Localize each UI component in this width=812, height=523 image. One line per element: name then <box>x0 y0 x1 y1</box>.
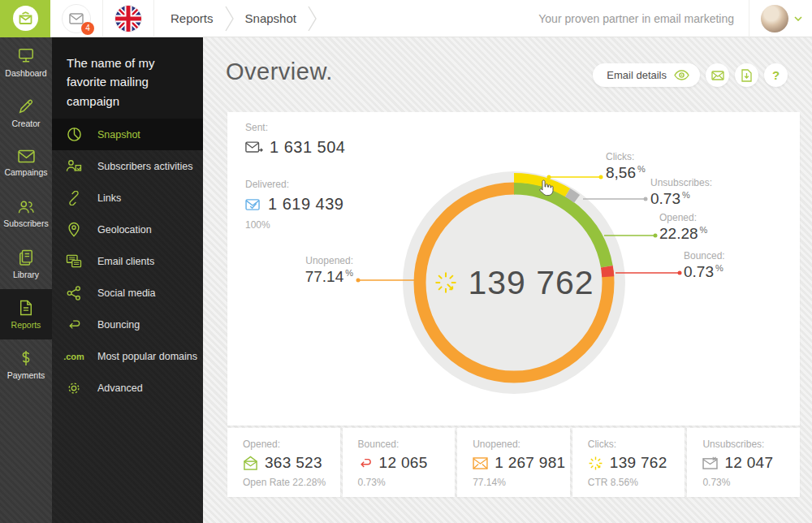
breadcrumb-snapshot[interactable]: Snapshot <box>234 11 308 25</box>
callout-unopened: Unopened: 77.14% <box>305 255 353 286</box>
dotcom-icon: .com <box>63 352 84 361</box>
sidebar-item-subscribers[interactable]: Subscribers <box>0 188 52 239</box>
stat-card-unopened: Unopened: 1 267 981 77.14% <box>457 428 570 497</box>
file-download-icon <box>741 69 752 82</box>
stats-row: Opened: 363 523 Open Rate 22.28% Bounced… <box>227 428 800 497</box>
people-icon <box>17 200 35 214</box>
opened-envelope-icon <box>243 456 258 470</box>
library-icon <box>19 249 33 266</box>
menu-item-advanced[interactable]: Advanced <box>52 372 203 404</box>
callout-bounced: Bounced: 0.73% <box>684 250 725 281</box>
menu-item-social-media[interactable]: Social media <box>52 277 203 309</box>
person-activity-icon <box>63 159 84 173</box>
stat-card-clicks: Clicks: 139 762 CTR 8.56% <box>572 428 685 497</box>
brand-tagline: Your proven partner in email marketing <box>538 12 734 25</box>
help-button[interactable]: ? <box>764 63 788 87</box>
menu-item-bouncing[interactable]: Bouncing <box>52 309 203 340</box>
logo-envelope-icon <box>13 6 38 31</box>
menu-item-most-popular-domains[interactable]: .com Most popular domains <box>52 340 203 372</box>
menu-item-geolocation[interactable]: Geolocation <box>52 214 203 245</box>
chevron-right-icon <box>308 5 317 32</box>
eye-icon <box>674 70 689 80</box>
main-content: Overview. Email details ? Sent: 1 631 50… <box>203 37 812 523</box>
envelope-icon <box>711 71 724 80</box>
bounce-arrow-icon <box>358 457 373 469</box>
app-logo[interactable] <box>0 0 50 37</box>
share-icon <box>63 286 84 300</box>
notification-badge: 4 <box>81 22 94 35</box>
envelope-icon <box>18 149 35 163</box>
sidebar-item-campaigns[interactable]: Campaings <box>0 138 52 188</box>
dashboard-icon <box>17 48 35 64</box>
notifications-button[interactable]: 4 <box>62 4 91 33</box>
language-flag-button[interactable] <box>114 5 142 32</box>
unsubscribe-envelope-icon <box>702 456 718 469</box>
header-actions: Email details ? <box>593 63 788 87</box>
link-icon <box>63 191 84 205</box>
callout-unsubscribes: Unsubscribes: 0.73% <box>650 177 712 208</box>
breadcrumb: Reports Snapshot <box>159 0 317 37</box>
topbar-right: Your proven partner in email marketing <box>538 0 812 37</box>
dollar-icon <box>18 350 34 366</box>
report-menu: Snapshot Subscribers activities Links Ge… <box>52 119 203 404</box>
callout-clicks: Clicks: 8,56% <box>606 151 646 182</box>
unopened-envelope-icon <box>473 457 488 469</box>
question-mark-icon: ? <box>772 68 780 82</box>
sidebar-item-library[interactable]: Library <box>0 239 52 289</box>
sidebar-item-reports[interactable]: Reports <box>0 289 52 339</box>
menu-item-snapshot[interactable]: Snapshot <box>52 119 203 150</box>
gear-icon <box>63 381 84 395</box>
user-menu[interactable] <box>749 0 812 37</box>
divider <box>153 0 154 37</box>
pie-chart-icon <box>63 127 84 142</box>
avatar <box>761 5 788 32</box>
email-details-button[interactable]: Email details <box>593 63 700 87</box>
stat-card-opened: Opened: 363 523 Open Rate 22.28% <box>227 428 340 497</box>
stat-card-unsubscribes: Unsubscribes: 12 047 0.73% <box>687 428 800 497</box>
screens-icon <box>63 254 84 268</box>
sidebar: Dashboard Creator Campaings Subscribers … <box>0 37 52 523</box>
pencil-icon <box>18 98 34 115</box>
sidebar-item-dashboard[interactable]: Dashboard <box>0 37 52 88</box>
overview-card: Sent: 1 631 504 Delivered: 1 619 439 100… <box>227 112 800 426</box>
menu-item-email-clients[interactable]: Email clients <box>52 245 203 277</box>
send-report-button[interactable] <box>706 63 729 87</box>
mail-icon <box>69 13 84 24</box>
breadcrumb-reports[interactable]: Reports <box>159 11 225 25</box>
sidebar-item-payments[interactable]: Payments <box>0 339 52 390</box>
report-panel: The name of my favorite mailing campaign… <box>52 37 203 523</box>
campaign-name: The name of my favorite mailing campaign <box>52 37 203 119</box>
clicks-icon <box>588 456 603 471</box>
chevron-right-icon <box>225 5 234 32</box>
sidebar-item-creator[interactable]: Creator <box>0 88 52 138</box>
map-pin-icon <box>63 222 84 237</box>
stat-card-bounced: Bounced: 12 065 0.73% <box>343 428 456 497</box>
report-icon <box>19 300 33 316</box>
download-report-button[interactable] <box>735 63 758 87</box>
chevron-down-icon <box>794 16 802 21</box>
bounce-arrow-icon <box>63 318 84 331</box>
donut-backplate <box>403 171 625 394</box>
menu-item-subscribers-activities[interactable]: Subscribers activities <box>52 150 203 182</box>
divider <box>102 0 103 37</box>
topbar: 4 Reports Snapshot Your proven partner i… <box>0 0 812 37</box>
uk-flag-icon <box>115 6 141 32</box>
menu-item-links[interactable]: Links <box>52 182 203 214</box>
callout-opened: Opened: 22.28% <box>659 212 707 243</box>
page-title: Overview. <box>226 58 333 85</box>
